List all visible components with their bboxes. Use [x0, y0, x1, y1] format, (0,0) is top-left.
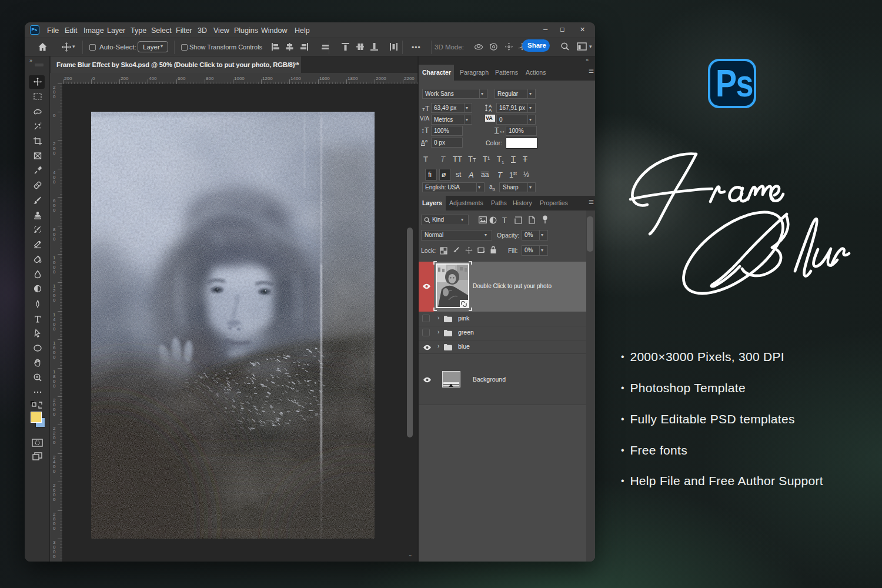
svg-text:A: A: [489, 108, 492, 112]
